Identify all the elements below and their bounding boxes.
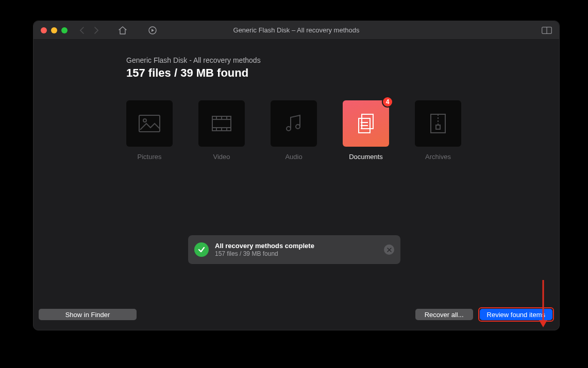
scan-source-label: Generic Flash Disk - All recovery method…: [126, 56, 559, 64]
category-badge: 4: [382, 96, 393, 108]
toast-subtitle: 157 files / 39 MB found: [215, 250, 378, 257]
show-in-finder-button[interactable]: Show in Finder: [39, 309, 137, 320]
category-label: Video: [213, 153, 230, 161]
film-icon: [210, 114, 233, 133]
footer-bar: Show in Finder Recover all... Review fou…: [33, 304, 559, 330]
category-label: Audio: [285, 153, 302, 161]
category-documents[interactable]: 4 Documents: [343, 100, 389, 161]
image-icon: [138, 114, 161, 133]
traffic-lights: [41, 27, 68, 33]
archive-icon: [429, 113, 447, 134]
checkmark-icon: [194, 242, 209, 257]
scan-result-summary: 157 files / 39 MB found: [126, 66, 559, 80]
review-found-items-button[interactable]: Review found items: [480, 309, 552, 320]
minimize-window-button[interactable]: [51, 27, 57, 33]
documents-icon: [354, 111, 378, 136]
annotation-highlight: Review found items: [478, 307, 554, 322]
category-label: Archives: [425, 153, 451, 161]
content-area: Generic Flash Disk - All recovery method…: [33, 40, 559, 304]
music-icon: [283, 113, 304, 134]
nav-buttons: [80, 26, 157, 35]
svg-rect-23: [436, 125, 440, 129]
scan-summary-header: Generic Flash Disk - All recovery method…: [126, 56, 559, 80]
sidebar-toggle-icon[interactable]: [542, 27, 552, 34]
svg-point-14: [287, 127, 291, 131]
toast-close-button[interactable]: [384, 244, 394, 255]
close-window-button[interactable]: [41, 27, 47, 33]
svg-rect-3: [139, 115, 160, 132]
category-video[interactable]: Video: [198, 100, 245, 161]
completion-toast: All recovery methods complete 157 files …: [188, 235, 400, 264]
category-list: Pictures Video: [126, 100, 559, 161]
fullscreen-window-button[interactable]: [61, 27, 68, 33]
svg-point-4: [143, 119, 146, 122]
category-label: Pictures: [138, 153, 162, 161]
category-archives[interactable]: Archives: [415, 100, 461, 161]
recover-all-button[interactable]: Recover all...: [415, 309, 473, 320]
forward-button[interactable]: [94, 27, 98, 34]
toast-title: All recovery methods complete: [215, 242, 378, 250]
category-pictures[interactable]: Pictures: [126, 100, 173, 161]
category-label: Documents: [349, 153, 383, 161]
app-window: Generic Flash Disk – All recovery method…: [33, 21, 560, 330]
back-button[interactable]: [80, 27, 85, 34]
titlebar: Generic Flash Disk – All recovery method…: [33, 21, 559, 40]
svg-point-15: [296, 125, 300, 129]
home-button[interactable]: [118, 26, 127, 34]
recover-session-button[interactable]: [148, 26, 157, 35]
category-audio[interactable]: Audio: [271, 100, 317, 161]
